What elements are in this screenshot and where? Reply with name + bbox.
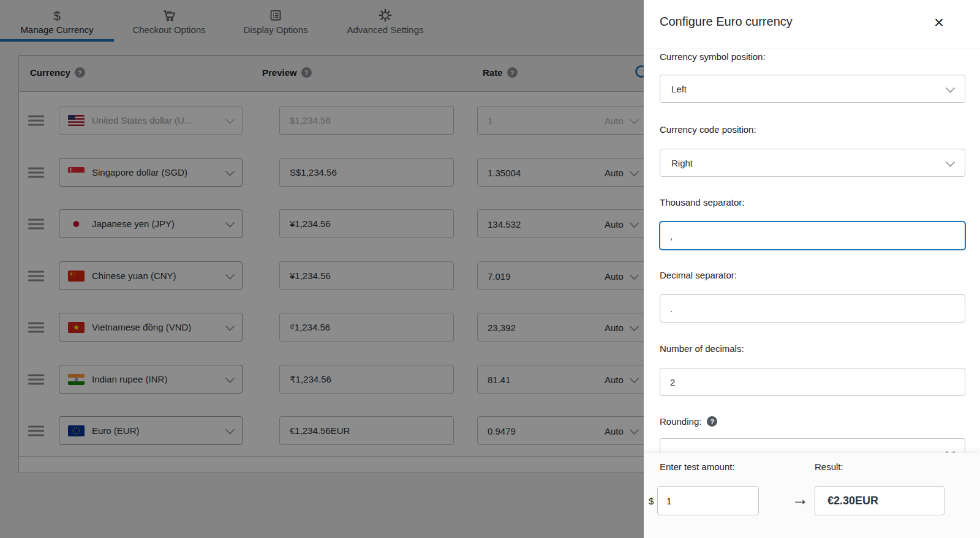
field-label: Thousand separator:: [660, 197, 744, 207]
test-conversion-footer: Enter test amount: Result: $ → €2.30EUR: [644, 453, 980, 538]
test-amount-input[interactable]: [657, 486, 759, 515]
field-label-text: Currency code position:: [660, 124, 756, 135]
currency-prefix: $: [649, 496, 654, 506]
conversion-result: €2.30EUR: [815, 486, 944, 515]
field-label-text: Rounding:: [660, 416, 701, 427]
code-position-select[interactable]: Right: [660, 149, 965, 177]
number-of-decimals-input[interactable]: [660, 368, 965, 396]
help-icon[interactable]: ?: [707, 416, 717, 427]
field-label: Decimal separator:: [660, 270, 737, 280]
field-label-text: Number of decimals:: [660, 343, 744, 354]
field-label-text: Decimal separator:: [660, 270, 737, 280]
field-label-text: Currency symbol position:: [660, 51, 766, 62]
field-label: Currency code position:: [660, 124, 756, 135]
field-label-text: Thousand separator:: [660, 197, 744, 207]
test-amount-label: Enter test amount:: [660, 461, 735, 472]
close-icon[interactable]: ×: [929, 12, 949, 33]
result-label: Result:: [815, 461, 843, 472]
field-label: Number of decimals:: [660, 343, 744, 354]
result-value: €2.30EUR: [827, 495, 878, 507]
configure-currency-panel: Configure Euro currency × Currency symbo…: [644, 0, 980, 538]
select-value: Right: [671, 158, 693, 168]
panel-divider: [644, 48, 980, 48]
chevron-down-icon: [946, 157, 956, 167]
thousand-separator-input[interactable]: [660, 222, 965, 250]
field-label: Currency symbol position:: [660, 51, 766, 62]
field-label: Rounding: ?: [660, 416, 717, 427]
chevron-down-icon: [946, 83, 956, 93]
panel-title: Configure Euro currency: [660, 15, 793, 29]
arrow-right-icon: →: [791, 490, 809, 509]
symbol-position-select[interactable]: Left: [660, 75, 965, 103]
decimal-separator-input[interactable]: [660, 294, 965, 323]
select-value: Left: [671, 84, 687, 94]
